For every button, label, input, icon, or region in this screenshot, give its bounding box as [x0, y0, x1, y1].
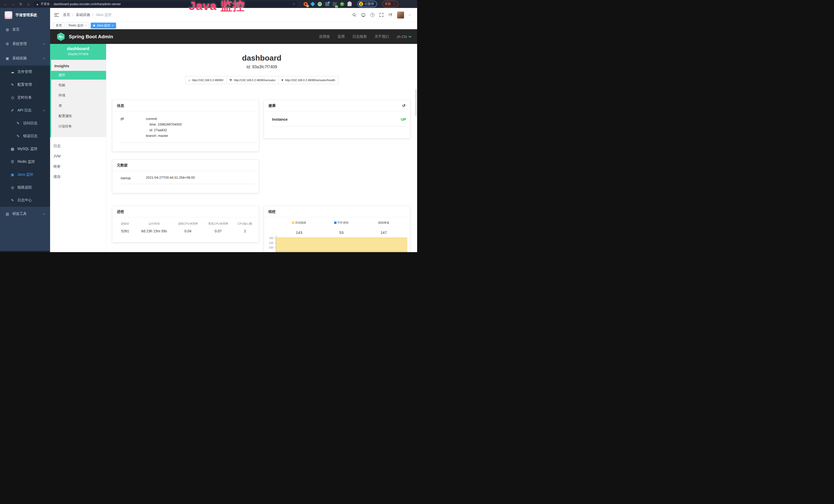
metadata-key: startup: [120, 176, 146, 180]
health-card: 健康 ↺ Instance UP: [264, 100, 410, 138]
sidebar-item-tracing[interactable]: ◎ 链路追踪: [0, 181, 50, 194]
sba-insights-group: Insights 细节 性能 环境 类 配置属性 计划任务: [50, 60, 106, 137]
app-logo: [5, 11, 12, 19]
user-menu-caret-icon[interactable]: [409, 13, 411, 16]
sidebar-item-access-logs[interactable]: ✎ 访问日志: [0, 117, 50, 130]
extension-eyedropper-icon[interactable]: [304, 2, 308, 6]
col-process-cpu: 进程CPU使用率: [173, 222, 203, 226]
sidebar-item-devtools[interactable]: ▥ 研发工具: [0, 207, 50, 221]
mysql-icon: ▦: [10, 147, 15, 151]
extension-marker-icon[interactable]: [340, 2, 344, 6]
tab-redis-monitor[interactable]: Redis 监控 ×: [66, 23, 89, 28]
health-url-chip[interactable]: ♥ http://192.168.0.2:48080/actuator/heal…: [279, 76, 338, 84]
sidebar-collapse-icon[interactable]: [54, 13, 59, 17]
infrastructure-icon: ▣: [5, 56, 9, 60]
help-icon[interactable]: ?: [370, 13, 374, 17]
browser-update-button[interactable]: 更新 ⋮: [382, 1, 398, 7]
sidebar-item-infrastructure[interactable]: ▣ 基础设施: [0, 51, 50, 66]
col-system-cpu: 系统CPU使用率: [203, 222, 233, 226]
breadcrumb-home[interactable]: 首页: [63, 13, 70, 17]
sba-item-metrics[interactable]: 性能: [51, 80, 106, 90]
sba-brand-title[interactable]: Spring Boot Admin: [69, 34, 113, 40]
address-bar[interactable]: ▲ 不安全 dashboard.yudao.iocoder.cn/infra/a…: [34, 1, 298, 7]
search-icon[interactable]: [352, 13, 356, 17]
sba-item-config-props[interactable]: 配置属性: [51, 111, 106, 121]
breadcrumb-infrastructure[interactable]: 基础设施: [76, 13, 90, 17]
status-badge: UP: [401, 117, 406, 121]
y-tickmark: [274, 243, 276, 243]
bookmark-star-icon[interactable]: ☆: [292, 2, 295, 6]
sba-language-select[interactable]: zh-CN: [397, 35, 411, 39]
git-branch-line: branch: master: [146, 133, 255, 139]
profile-avatar-emoji: [359, 2, 363, 6]
sba-item-details[interactable]: 细节: [51, 71, 106, 79]
sba-link-logs[interactable]: 日志: [50, 141, 106, 151]
scrollbar-thumb[interactable]: [415, 89, 417, 116]
extensions-area: y on: [304, 2, 352, 6]
actuator-url-chip[interactable]: ⚒ http://192.168.0.2:48080/actuator: [226, 76, 279, 84]
user-avatar[interactable]: [397, 12, 404, 19]
service-url-chip[interactable]: ⌂ http://192.168.0.2:48080/: [185, 76, 226, 84]
chevron-up-icon: [43, 110, 45, 112]
history-icon[interactable]: ↺: [402, 103, 405, 108]
sidebar-item-file-management[interactable]: ☁ 文件管理: [0, 66, 50, 78]
instance-id-line: Id: 93a3fc7f7409: [106, 65, 417, 69]
app-logo-row[interactable]: 芋道管理系统: [0, 8, 50, 22]
tab-java-monitor[interactable]: Java 监控 ×: [91, 23, 116, 28]
sidebar-item-home[interactable]: ◍ 首页: [0, 22, 50, 37]
process-table-headers: 进程ID 运行时间 进程CPU使用率 系统CPU使用率 CPU核心数: [112, 222, 259, 226]
profile-paused-label: 已暂停: [365, 2, 374, 6]
sba-link-mappings[interactable]: 映射: [50, 161, 106, 171]
sidebar-item-log-center[interactable]: ✎ 日志中心: [0, 194, 50, 207]
instance-url-chips: ⌂ http://192.168.0.2:48080/ ⚒ http://192…: [106, 76, 417, 84]
extensions-puzzle-icon[interactable]: [348, 2, 352, 6]
app-title: 芋道管理系统: [16, 13, 37, 18]
browser-menu-dots-icon[interactable]: ⋮: [393, 2, 396, 6]
sba-link-caches[interactable]: 缓存: [50, 171, 106, 182]
sidebar-item-mysql-monitor[interactable]: ▦ MySQL 监控: [0, 142, 50, 155]
redis-icon: ☰: [10, 160, 15, 164]
sidebar-item-error-logs[interactable]: ✎ 错误日志: [0, 130, 50, 142]
sba-item-classes[interactable]: 类: [51, 101, 106, 111]
font-size-icon[interactable]: TT: [388, 13, 392, 17]
tab-home[interactable]: 首页: [53, 23, 64, 28]
github-icon[interactable]: [361, 13, 366, 17]
close-icon[interactable]: ×: [85, 24, 87, 27]
sba-item-scheduled[interactable]: 计划任务: [51, 121, 106, 132]
metadata-startup-row: startup 2021-04-27T00:44:31.254+08:00: [120, 176, 255, 184]
extension-pin-icon[interactable]: [310, 2, 315, 6]
close-icon[interactable]: ×: [112, 24, 113, 27]
sba-link-jvm[interactable]: JVM: [50, 151, 106, 161]
sba-nav-journal[interactable]: 日志报表: [352, 35, 367, 39]
profile-paused-badge[interactable]: 已暂停: [357, 1, 377, 7]
browser-back-button[interactable]: ←: [3, 1, 8, 7]
browser-forward-button[interactable]: →: [10, 1, 16, 7]
sba-item-environment[interactable]: 环境: [51, 90, 106, 101]
threads-legend-labels: 活动线程 守护进程 线程峰值: [278, 221, 405, 225]
sidebar-item-java-monitor[interactable]: ▣ Java 监控: [0, 168, 50, 181]
sidebar-item-scheduled-tasks[interactable]: ◷ 定时任务: [0, 91, 50, 104]
browser-reload-button[interactable]: ↻: [18, 1, 24, 7]
val-system-cpu: 0.07: [203, 229, 233, 233]
extension-grid-icon[interactable]: [325, 2, 329, 6]
file-icon: ☁: [10, 70, 15, 74]
fullscreen-icon[interactable]: [379, 13, 383, 17]
sidebar-item-config-management[interactable]: ✎ 配置管理: [0, 78, 50, 91]
devtools-icon: ▥: [5, 212, 9, 216]
sidebar-item-api-logs[interactable]: ✐ API 日志: [0, 104, 50, 117]
extension-proxy-icon[interactable]: on: [333, 2, 337, 6]
health-key: Instance: [272, 117, 288, 121]
peak-threads-value: 147: [363, 230, 405, 235]
spring-boot-admin-logo-icon: [56, 32, 66, 41]
area-inner-line: [276, 251, 408, 252]
sba-nav-wallboard[interactable]: 应用墙: [319, 35, 330, 39]
threads-card: 线程 活动线程 守护进程 线程峰值 143 5: [264, 206, 410, 252]
git-id-line: id: 27aa832: [146, 127, 255, 133]
sba-instance-block[interactable]: dashboard 93a3fc7f7409: [50, 44, 106, 60]
extension-y-icon[interactable]: y: [318, 2, 322, 6]
sba-nav-about[interactable]: 关于我们: [374, 35, 389, 39]
sidebar-item-system[interactable]: ⚙ 系统管理: [0, 37, 50, 51]
browser-home-button[interactable]: ⌂: [26, 1, 31, 7]
sidebar-item-redis-monitor[interactable]: ☰ Redis 监控: [0, 155, 50, 168]
sba-nav-applications[interactable]: 应用: [337, 35, 345, 39]
